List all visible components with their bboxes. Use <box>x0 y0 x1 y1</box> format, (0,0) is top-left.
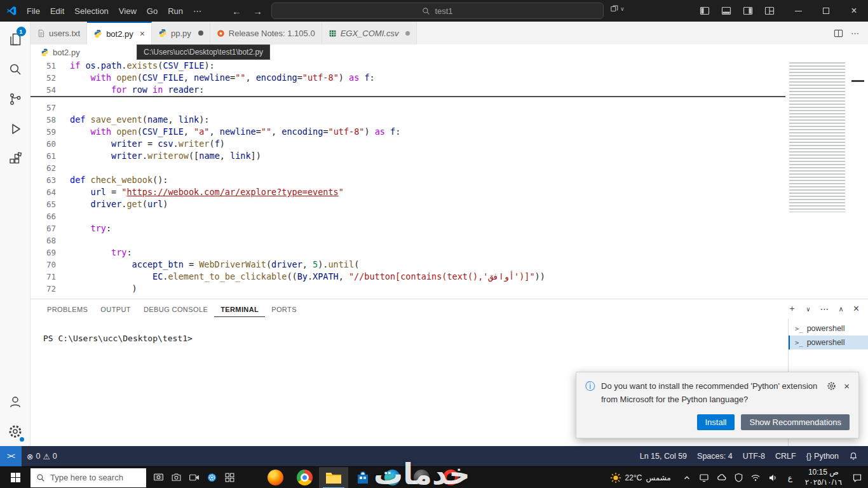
install-button[interactable]: Install <box>697 414 735 430</box>
indentation-status[interactable]: Spaces: 4 <box>692 452 738 461</box>
taskbar-app-firefox[interactable] <box>261 467 290 488</box>
code-line[interactable]: 52 with open(CSV_FILE, newline="", encod… <box>31 72 868 84</box>
code-line[interactable]: 57 <box>31 102 868 114</box>
code-line[interactable]: 70 accept_btn = WebDriverWait(driver, 5)… <box>31 259 868 271</box>
tray-chevron-up-icon[interactable] <box>680 468 695 487</box>
problems-status[interactable]: ⊗0 ⚠0 <box>22 452 62 461</box>
wifi-icon[interactable] <box>749 468 763 487</box>
settings-gear-icon[interactable] <box>0 416 31 446</box>
code-line[interactable]: 64 url = "https://webook.com/ar/explore?… <box>31 186 868 198</box>
minimize-button[interactable] <box>784 0 812 22</box>
tab-pp-py[interactable]: pp.py <box>152 22 210 44</box>
code-line[interactable]: 58def save_event(name, link): <box>31 114 868 126</box>
start-button[interactable] <box>0 467 31 488</box>
tab-output[interactable]: OUTPUT <box>94 301 137 316</box>
tab-close-icon[interactable]: × <box>140 29 145 39</box>
extensions-icon[interactable] <box>0 144 31 173</box>
tab-problems[interactable]: PROBLEMS <box>41 301 94 316</box>
cursor-position[interactable]: Ln 15, Col 59 <box>635 452 692 461</box>
screen-record-icon[interactable] <box>151 468 165 487</box>
modified-dot-icon[interactable] <box>198 30 203 36</box>
terminal-instance[interactable]: >_ powershell <box>789 322 868 336</box>
camera-icon[interactable] <box>169 468 183 487</box>
remote-indicator[interactable]: >< <box>0 446 22 466</box>
code-line[interactable]: 54 for row in reader: <box>31 84 868 96</box>
apps-grid-icon[interactable] <box>222 468 236 487</box>
close-button[interactable]: × <box>840 0 868 22</box>
split-editor-icon[interactable] <box>834 29 843 38</box>
menu-run[interactable]: Run <box>163 4 188 18</box>
code-line[interactable]: 68 <box>31 234 868 247</box>
command-center-extra-icon[interactable]: ∨ <box>610 4 625 13</box>
account-icon[interactable] <box>0 386 31 416</box>
tab-users-txt[interactable]: users.txt <box>31 22 87 44</box>
tool-settings-icon[interactable] <box>205 468 219 487</box>
tab-release-notes[interactable]: Release Notes: 1.105.0 <box>210 22 322 44</box>
menu-selection[interactable]: Selection <box>69 4 113 18</box>
onedrive-cloud-icon[interactable] <box>714 468 729 487</box>
notification-settings-icon[interactable] <box>827 381 836 391</box>
menu-file[interactable]: File <box>22 4 45 18</box>
menu-go[interactable]: Go <box>142 4 163 18</box>
run-debug-icon[interactable] <box>0 114 31 144</box>
code-editor[interactable]: 51if os.path.exists(CSV_FILE):52 with op… <box>31 60 868 299</box>
menu-view[interactable]: View <box>114 4 142 18</box>
code-line[interactable]: 63def check_webook(): <box>31 174 868 186</box>
code-line[interactable]: 67 try: <box>31 222 868 234</box>
code-line[interactable]: 61 writer.writerow([name, link]) <box>31 150 868 162</box>
tab-bot2-py[interactable]: bot2.py × <box>87 22 152 44</box>
taskbar-app-chrome[interactable] <box>290 467 319 488</box>
scrollbar-marker[interactable] <box>851 80 864 82</box>
terminal-dropdown-icon[interactable]: ∨ <box>806 306 810 313</box>
toggle-panel-icon[interactable] <box>718 3 735 19</box>
panel-more-icon[interactable]: ⋯ <box>820 304 829 314</box>
explorer-icon[interactable]: 1 <box>0 24 31 54</box>
minimap[interactable] <box>789 62 845 212</box>
code-line[interactable]: 65 driver.get(url) <box>31 198 868 210</box>
toggle-sidebar-right-icon[interactable] <box>740 3 756 19</box>
notification-center-icon[interactable] <box>850 468 864 487</box>
tab-terminal[interactable]: TERMINAL <box>214 301 265 317</box>
tab-egx-comi-csv[interactable]: EGX_COMI.csv <box>322 22 417 44</box>
editor-more-actions-icon[interactable]: ⋯ <box>851 29 859 38</box>
source-control-icon[interactable] <box>0 84 31 114</box>
search-view-icon[interactable] <box>0 54 31 84</box>
toggle-sidebar-left-icon[interactable] <box>696 3 713 19</box>
code-line[interactable]: 60 writer = csv.writer(f) <box>31 138 868 150</box>
notification-close-icon[interactable]: × <box>844 381 850 391</box>
volume-icon[interactable] <box>766 468 780 487</box>
code-line[interactable]: 62 <box>31 162 868 174</box>
new-terminal-icon[interactable]: ＋ <box>787 303 796 315</box>
weather-widget[interactable]: 22°C مشمس <box>604 472 677 484</box>
language-indicator[interactable]: ع <box>783 468 797 487</box>
video-camera-icon[interactable] <box>187 468 201 487</box>
code-line[interactable]: 51if os.path.exists(CSV_FILE): <box>31 60 868 72</box>
security-shield-icon[interactable] <box>731 468 746 487</box>
code-line[interactable]: 66 <box>31 210 868 222</box>
maximize-button[interactable] <box>812 0 840 22</box>
code-line[interactable]: 69 try: <box>31 247 868 259</box>
customize-layout-icon[interactable] <box>761 3 778 19</box>
display-icon[interactable] <box>697 468 712 487</box>
clock-widget[interactable]: 10:15 ص ٢٠٢٥/١٠/١٦ <box>800 468 847 487</box>
tab-debug-console[interactable]: DEBUG CONSOLE <box>137 301 214 316</box>
eol-status[interactable]: CRLF <box>770 452 801 461</box>
terminal-instance-selected[interactable]: >_ powershell <box>789 336 868 349</box>
notifications-bell-icon[interactable] <box>844 452 863 461</box>
code-line[interactable]: 71 EC.element_to_be_clickable((By.XPATH,… <box>31 271 868 283</box>
tab-ports[interactable]: PORTS <box>265 301 303 316</box>
maximize-panel-icon[interactable]: ∧ <box>839 305 844 313</box>
forward-icon[interactable]: → <box>253 6 262 17</box>
back-icon[interactable]: ← <box>232 6 241 17</box>
close-panel-icon[interactable]: × <box>853 303 859 315</box>
encoding-status[interactable]: UTF-8 <box>738 452 770 461</box>
code-line[interactable]: 59 with open(CSV_FILE, "a", newline="", … <box>31 126 868 138</box>
code-line[interactable]: 72 ) <box>31 283 868 295</box>
command-center[interactable]: test1 <box>271 3 604 19</box>
taskbar-search[interactable]: Type here to search <box>31 468 146 487</box>
menu-more[interactable]: ⋯ <box>188 4 207 18</box>
show-recommendations-button[interactable]: Show Recommendations <box>741 414 850 430</box>
preview-dot-icon[interactable] <box>405 31 410 36</box>
language-mode[interactable]: {} Python <box>801 452 844 461</box>
taskbar-app-file-explorer[interactable] <box>319 467 348 488</box>
